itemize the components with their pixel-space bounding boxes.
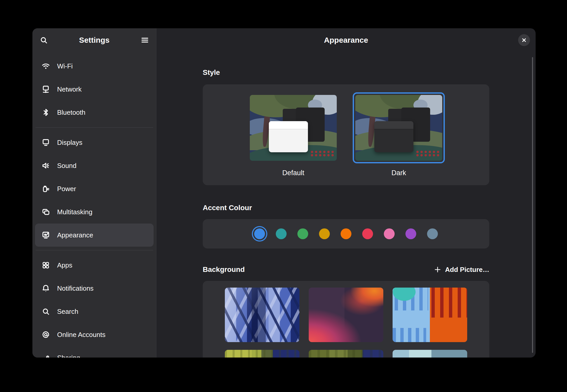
sidebar-item-online-accounts[interactable]: Online Accounts bbox=[35, 323, 154, 346]
close-icon bbox=[521, 37, 527, 43]
network-icon bbox=[41, 85, 50, 94]
sidebar-item-sound[interactable]: Sound bbox=[35, 154, 154, 177]
accent-swatch-blue[interactable] bbox=[254, 228, 265, 239]
page-title: Appearance bbox=[156, 28, 536, 52]
wallpaper-thumb-olive-navy[interactable] bbox=[309, 350, 383, 358]
accent-section-title: Accent Colour bbox=[203, 203, 489, 212]
sidebar-item-label: Online Accounts bbox=[57, 331, 105, 339]
sidebar-item-label: Wi-Fi bbox=[57, 62, 73, 70]
sidebar-divider bbox=[36, 250, 153, 250]
accent-swatch-red[interactable] bbox=[362, 228, 373, 239]
style-default-label: Default bbox=[282, 169, 304, 177]
background-card bbox=[203, 281, 489, 358]
sidebar-item-label: Network bbox=[57, 85, 82, 93]
bluetooth-icon bbox=[41, 108, 50, 117]
wallpaper-thumb-dark-red-waves[interactable] bbox=[309, 288, 383, 342]
sidebar-item-multitasking[interactable]: Multitasking bbox=[35, 200, 154, 224]
main-header: Appearance bbox=[156, 28, 536, 52]
style-dark-preview bbox=[355, 95, 442, 161]
sidebar-item-label: Displays bbox=[57, 139, 82, 147]
sidebar-header: Settings bbox=[32, 28, 156, 52]
vertical-scrollbar[interactable] bbox=[532, 57, 533, 353]
wallpaper-row-1 bbox=[225, 288, 467, 342]
sidebar-item-displays[interactable]: Displays bbox=[35, 131, 154, 154]
wallpaper-thumb-blue-orange-drips[interactable] bbox=[393, 288, 467, 342]
sidebar-item-label: Sharing bbox=[57, 354, 80, 358]
sidebar-item-power[interactable]: Power bbox=[35, 177, 154, 200]
sidebar-item-label: Apps bbox=[57, 261, 72, 269]
appearance-icon bbox=[41, 230, 50, 240]
sound-icon bbox=[41, 161, 50, 170]
add-picture-button[interactable]: Add Picture… bbox=[434, 266, 489, 274]
wallpaper-thumb-teal-gray[interactable] bbox=[393, 350, 467, 358]
main-panel: Appearance Style bbox=[156, 28, 536, 358]
style-dark-thumbnail bbox=[353, 92, 445, 163]
sidebar-item-label: Power bbox=[57, 185, 76, 193]
sidebar-item-apps[interactable]: Apps bbox=[35, 254, 154, 277]
sidebar-divider bbox=[36, 127, 153, 128]
apps-icon bbox=[41, 261, 50, 270]
sharing-icon bbox=[41, 353, 50, 358]
wallpaper-thumb-yellowgreen-navy[interactable] bbox=[225, 350, 299, 358]
appearance-content: Style Default bbox=[203, 52, 489, 358]
accent-swatch-orange[interactable] bbox=[341, 228, 351, 239]
sidebar-item-label: Bluetooth bbox=[57, 109, 85, 117]
style-dark-label: Dark bbox=[391, 169, 406, 177]
sidebar-item-sharing[interactable]: Sharing bbox=[35, 346, 154, 358]
displays-icon bbox=[41, 138, 50, 147]
wallpaper-row-2 bbox=[225, 350, 467, 358]
style-default-thumbnail bbox=[247, 92, 339, 163]
style-option-default[interactable]: Default bbox=[247, 92, 339, 177]
close-button[interactable] bbox=[518, 34, 530, 46]
accent-swatch-green[interactable] bbox=[297, 228, 308, 239]
accent-card bbox=[203, 219, 489, 248]
wifi-icon bbox=[41, 61, 50, 71]
multitasking-icon bbox=[41, 207, 50, 217]
sidebar-item-appearance[interactable]: Appearance bbox=[35, 224, 154, 247]
search-icon bbox=[41, 307, 50, 316]
style-default-preview bbox=[250, 95, 337, 161]
sidebar: Settings Wi-Fi bbox=[32, 28, 156, 358]
sidebar-item-search[interactable]: Search bbox=[35, 300, 154, 323]
sidebar-item-bluetooth[interactable]: Bluetooth bbox=[35, 101, 154, 124]
power-icon bbox=[41, 184, 50, 193]
wallpaper-thumb-blue-geometric[interactable] bbox=[225, 288, 299, 342]
style-option-dark[interactable]: Dark bbox=[353, 92, 445, 177]
sidebar-item-label: Multitasking bbox=[57, 208, 92, 216]
style-section-title: Style bbox=[203, 68, 489, 77]
sidebar-item-label: Sound bbox=[57, 162, 76, 170]
accent-swatch-slate[interactable] bbox=[427, 228, 438, 239]
sidebar-item-label: Search bbox=[57, 308, 78, 316]
sidebar-item-wifi[interactable]: Wi-Fi bbox=[35, 55, 154, 78]
style-card: Default Dark bbox=[203, 84, 489, 185]
accent-swatch-teal[interactable] bbox=[276, 228, 287, 239]
hamburger-menu-icon bbox=[140, 35, 149, 45]
background-header: Background Add Picture… bbox=[203, 265, 489, 274]
plus-icon bbox=[434, 266, 441, 273]
sidebar-item-network[interactable]: Network bbox=[35, 78, 154, 101]
sidebar-nav: Wi-Fi Network Bluetooth bbox=[32, 52, 156, 358]
hamburger-menu-button[interactable] bbox=[138, 33, 152, 47]
accent-swatch-pink[interactable] bbox=[384, 228, 395, 239]
settings-window: Settings Wi-Fi bbox=[32, 28, 536, 358]
sidebar-item-notifications[interactable]: Notifications bbox=[35, 277, 154, 300]
background-section-title: Background bbox=[203, 265, 245, 274]
sidebar-title: Settings bbox=[32, 36, 156, 44]
online-accounts-icon bbox=[41, 330, 50, 339]
sidebar-item-label: Appearance bbox=[57, 231, 93, 239]
add-picture-label: Add Picture… bbox=[445, 266, 489, 274]
notifications-icon bbox=[41, 284, 50, 293]
sidebar-item-label: Notifications bbox=[57, 284, 94, 292]
accent-swatch-yellow[interactable] bbox=[319, 228, 330, 239]
accent-swatch-purple[interactable] bbox=[405, 228, 416, 239]
